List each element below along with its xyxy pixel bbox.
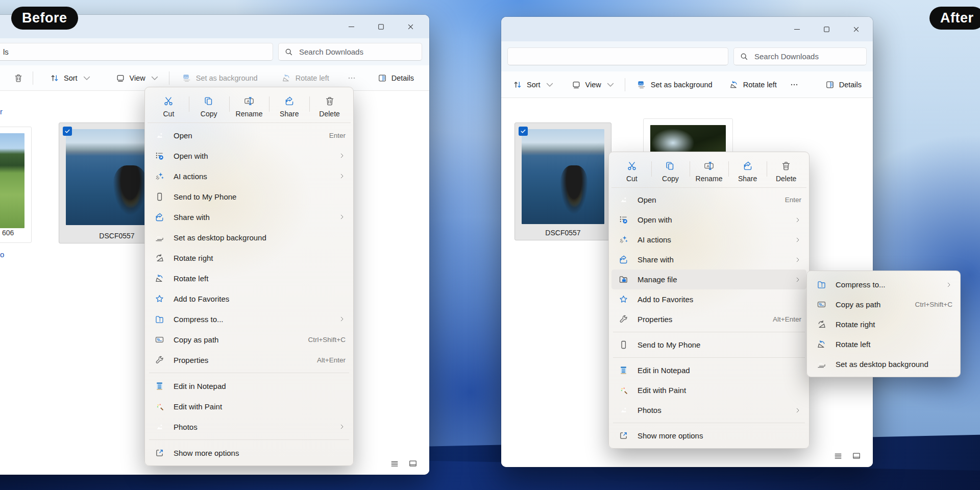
- menu-item-photos[interactable]: Photos: [611, 400, 806, 420]
- thumbnail-view-toggle-icon[interactable]: [408, 458, 418, 469]
- quick-action-copy[interactable]: Copy: [651, 158, 690, 183]
- quick-action-share[interactable]: Share: [728, 158, 767, 183]
- chevron-down-icon: [545, 80, 555, 90]
- menu-item-ai-actions[interactable]: AI actions: [148, 166, 351, 186]
- quick-action-rename[interactable]: Rename: [229, 93, 270, 118]
- view-button[interactable]: View: [567, 77, 620, 93]
- close-button[interactable]: [841, 17, 871, 41]
- chevron-right-icon: [794, 216, 801, 224]
- menu-item-open[interactable]: OpenEnter: [611, 190, 806, 210]
- menu-item-open[interactable]: OpenEnter: [148, 125, 351, 145]
- setdesk-icon: [816, 359, 827, 370]
- quick-action-share[interactable]: Share: [269, 93, 309, 118]
- submenu-item-copy-as-path[interactable]: Copy as pathCtrl+Shift+C: [810, 295, 958, 314]
- menu-item-edit-in-notepad[interactable]: Edit in Notepad: [611, 360, 806, 380]
- quick-action-rename[interactable]: Rename: [690, 158, 728, 183]
- menu-item-copy-as-path[interactable]: Copy as pathCtrl+Shift+C: [148, 329, 351, 350]
- sort-button[interactable]: Sort: [45, 70, 96, 86]
- menu-item-edit-with-paint[interactable]: Edit with Paint: [148, 396, 351, 416]
- rename-icon: [703, 160, 715, 172]
- file-tile-golf[interactable]: [0, 127, 32, 243]
- partial-file-label: 606: [2, 229, 14, 237]
- submenu-item-rotate-right[interactable]: Rotate right: [810, 314, 958, 334]
- search-box[interactable]: [733, 47, 867, 65]
- delete-button[interactable]: [9, 70, 28, 86]
- menu-item-show-more-options[interactable]: Show more options: [148, 443, 351, 463]
- chevron-right-icon: [945, 281, 952, 288]
- set-background-label: Set as background: [196, 74, 258, 82]
- set-as-background-button[interactable]: Set as background: [632, 77, 717, 93]
- details-button[interactable]: Details: [821, 77, 866, 93]
- quick-action-delete[interactable]: Delete: [767, 158, 805, 183]
- menu-item-rotate-right[interactable]: Rotate right: [148, 248, 351, 268]
- view-button[interactable]: View: [111, 70, 164, 86]
- more-options-button[interactable]: [342, 70, 361, 86]
- star-icon: [618, 294, 629, 305]
- quick-action-cut[interactable]: Cut: [149, 93, 189, 118]
- maximize-button[interactable]: [366, 15, 396, 38]
- delete-icon: [780, 160, 792, 172]
- sort-label: Sort: [64, 74, 78, 82]
- search-box[interactable]: [278, 43, 422, 61]
- desktop: ls Sort View Set as backgr: [0, 0, 980, 490]
- menu-item-photos[interactable]: Photos: [148, 416, 351, 437]
- chevron-right-icon: [338, 315, 346, 323]
- search-input[interactable]: [298, 47, 416, 57]
- set-as-background-button[interactable]: Set as background: [178, 70, 262, 86]
- ai-icon: [154, 171, 165, 182]
- menu-item-rotate-left[interactable]: Rotate left: [148, 268, 351, 288]
- ai-icon: [618, 234, 629, 245]
- share-icon: [284, 95, 295, 107]
- address-text: ls: [3, 47, 9, 56]
- menu-item-set-as-desktop-background[interactable]: Set as desktop background: [148, 227, 351, 248]
- after-tag: After: [929, 7, 980, 30]
- notepad-icon: [618, 365, 629, 376]
- menu-item-manage-file[interactable]: Manage file: [611, 270, 806, 289]
- rotate-left-button[interactable]: Rotate left: [277, 70, 333, 86]
- quick-action-delete[interactable]: Delete: [309, 93, 350, 118]
- menu-item-send-to-my-phone[interactable]: Send to My Phone: [611, 335, 806, 355]
- submenu-item-rotate-left[interactable]: Rotate left: [810, 334, 958, 354]
- menu-item-properties[interactable]: PropertiesAlt+Enter: [148, 350, 351, 370]
- ellipsis-icon: [347, 73, 357, 83]
- phone-icon: [618, 339, 629, 350]
- more-options-button[interactable]: [785, 77, 803, 93]
- menu-item-send-to-my-phone[interactable]: Send to My Phone: [148, 186, 351, 207]
- menu-item-edit-with-paint[interactable]: Edit with Paint: [611, 380, 806, 400]
- copy-icon: [665, 160, 676, 172]
- search-input[interactable]: [753, 52, 861, 61]
- minimize-button[interactable]: [782, 17, 812, 41]
- menu-item-open-with[interactable]: Open with: [611, 210, 806, 230]
- setdesk-icon: [154, 232, 165, 243]
- menu-item-add-to-favorites[interactable]: Add to Favorites: [611, 289, 806, 309]
- menu-item-compress-to[interactable]: Compress to...: [148, 309, 351, 329]
- thumbnail-view-toggle-icon[interactable]: [851, 451, 862, 461]
- selection-checkbox[interactable]: [63, 127, 72, 136]
- menu-item-open-with[interactable]: Open with: [148, 145, 351, 166]
- menu-item-share-with[interactable]: Share with: [611, 250, 806, 270]
- menu-item-show-more-options[interactable]: Show more options: [611, 426, 806, 446]
- maximize-button[interactable]: [812, 17, 841, 41]
- menu-item-add-to-favorites[interactable]: Add to Favorites: [148, 288, 351, 309]
- file-tile-selected[interactable]: DSCF0557: [514, 122, 611, 240]
- list-view-toggle-icon[interactable]: [389, 458, 400, 469]
- menu-item-properties[interactable]: PropertiesAlt+Enter: [611, 309, 806, 329]
- submenu-item-compress-to[interactable]: Compress to...: [810, 275, 958, 295]
- minimize-button[interactable]: [336, 15, 366, 38]
- managefile-icon: [618, 274, 629, 285]
- menu-item-ai-actions[interactable]: AI actions: [611, 230, 806, 250]
- quick-action-cut[interactable]: Cut: [612, 158, 651, 183]
- rotate-left-button[interactable]: Rotate left: [725, 77, 781, 93]
- address-bar[interactable]: [507, 47, 728, 65]
- selection-checkbox[interactable]: [519, 127, 528, 136]
- chevron-right-icon: [794, 256, 801, 263]
- submenu-item-set-as-desktop-background[interactable]: Set as desktop background: [810, 354, 958, 374]
- sort-button[interactable]: Sort: [508, 77, 559, 93]
- quick-action-copy[interactable]: Copy: [189, 93, 229, 118]
- menu-item-share-with[interactable]: Share with: [148, 207, 351, 227]
- address-bar[interactable]: ls: [0, 43, 273, 61]
- close-button[interactable]: [396, 15, 425, 38]
- list-view-toggle-icon[interactable]: [833, 451, 843, 461]
- details-button[interactable]: Details: [373, 70, 418, 86]
- menu-item-edit-in-notepad[interactable]: Edit in Notepad: [148, 376, 351, 396]
